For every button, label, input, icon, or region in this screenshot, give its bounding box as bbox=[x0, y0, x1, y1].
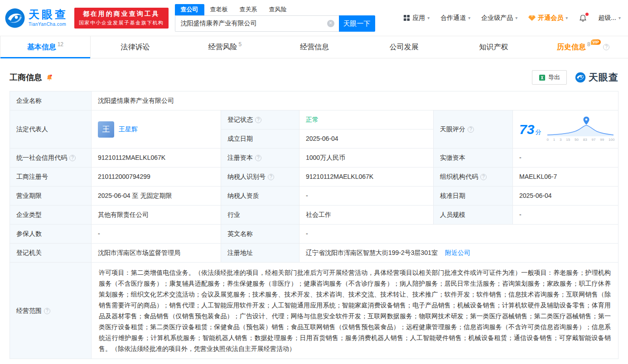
nav-enterprise[interactable]: 企业级产品 ▾ bbox=[481, 14, 517, 22]
top-header: 天眼查 TianYanCha.com 都在用的商业查询工具 国家中小企业发展子基… bbox=[0, 0, 628, 36]
field-value-taxpayer-id: 91210112MAELKL067K bbox=[300, 168, 434, 187]
tab-history-info[interactable]: 历史信息8VIP? bbox=[538, 36, 628, 58]
table-row: 统一社会信用代码? 91210112MAELKL067K 注册资本? 1000万… bbox=[10, 148, 618, 168]
vip-diamond-icon bbox=[528, 15, 536, 21]
nav-notifications[interactable] bbox=[579, 14, 587, 22]
nearby-companies-link[interactable]: 附近公司 bbox=[445, 249, 470, 256]
table-row: 法定代表人 王 王星辉 登记状态? 正常 天眼评分? 73 分 bbox=[10, 110, 618, 129]
field-value-company-name: 沈阳盛情康养产业有限公司 bbox=[92, 91, 618, 110]
tab-count: 12 bbox=[58, 41, 63, 48]
field-label-est-date: 成立日期 bbox=[221, 129, 300, 148]
field-label-business-term: 营业期限 bbox=[10, 187, 92, 206]
main-content: 工商信息 导出 天眼查 bbox=[0, 70, 628, 359]
field-value-staff-size: - bbox=[513, 206, 618, 225]
subscribe-bell-icon[interactable] bbox=[46, 74, 53, 81]
chevron-down-icon: ▾ bbox=[427, 15, 430, 20]
logo-subtitle: TianYanCha.com bbox=[29, 22, 68, 27]
help-icon[interactable]: ? bbox=[480, 174, 487, 180]
field-label-approval-date: 核准日期 bbox=[434, 187, 513, 206]
field-label-taxpayer-id: 纳税人识别号? bbox=[221, 168, 300, 187]
chevron-down-icon: ▾ bbox=[468, 15, 470, 20]
score-unit: 分 bbox=[535, 128, 541, 137]
field-value-industry: 社会工作 bbox=[300, 206, 434, 225]
field-label-reg-status: 登记状态? bbox=[221, 110, 300, 129]
field-label-reg-address: 注册地址 bbox=[221, 244, 300, 263]
table-row: 登记机关 沈阳市浑南区市场监督管理局 注册地址 辽宁省沈阳市浑南区智慧大街199… bbox=[10, 244, 618, 263]
field-value-credit-code: 91210112MAELKL067K bbox=[92, 148, 221, 168]
search-tab-relation[interactable]: 查关系 bbox=[234, 4, 263, 15]
search-area: 查公司 查老板 查关系 查风险 × 天眼一下 bbox=[175, 4, 375, 32]
help-icon[interactable]: ? bbox=[69, 155, 76, 161]
field-label-staff-size: 人员规模 bbox=[434, 206, 513, 225]
brand-text: 天眼查 bbox=[589, 71, 618, 84]
promo-badge-line2: 国家中小企业发展子基金旗下机构 bbox=[79, 19, 164, 26]
field-value-company-type: 其他有限责任公司 bbox=[92, 206, 221, 225]
field-label-business-scope: 经营范围? bbox=[10, 263, 92, 359]
help-icon[interactable]: ? bbox=[268, 174, 274, 180]
tab-basic-info[interactable]: 基本信息12 bbox=[0, 36, 91, 58]
score-axis: 0131550839799100 bbox=[546, 137, 614, 143]
export-button[interactable]: 导出 bbox=[532, 70, 567, 85]
field-label-reg-capital: 注册资本? bbox=[221, 148, 300, 168]
promo-badge: 都在用的商业查询工具 国家中小企业发展子基金旗下机构 bbox=[74, 8, 169, 29]
search-tab-boss[interactable]: 查老板 bbox=[204, 4, 234, 15]
field-value-taxpayer-quality: - bbox=[300, 187, 434, 206]
nav-apps[interactable]: 应用 ▾ bbox=[403, 14, 430, 22]
brand-logo-icon bbox=[575, 72, 586, 83]
chevron-down-icon: ▾ bbox=[515, 15, 517, 20]
legal-rep-avatar[interactable]: 王 bbox=[98, 121, 114, 138]
field-value-org-code: MAELKL06-7 bbox=[513, 168, 618, 187]
nav-super-vip[interactable]: 超级... ▾ bbox=[598, 14, 621, 22]
vip-badge: VIP bbox=[591, 39, 601, 45]
legal-rep-link[interactable]: 王星辉 bbox=[119, 125, 138, 134]
field-label-credit-code: 统一社会信用代码? bbox=[10, 148, 92, 168]
tianyancha-logo[interactable]: 天眼查 TianYanCha.com bbox=[5, 8, 68, 29]
help-icon[interactable]: ? bbox=[468, 126, 474, 133]
table-row: 工商注册号 210112000794299 纳税人识别号? 91210112MA… bbox=[10, 168, 618, 187]
field-label-industry: 行业 bbox=[221, 206, 300, 225]
field-label-insured-count: 参保人数 bbox=[10, 225, 92, 244]
field-label-org-code: 组织机构代码? bbox=[434, 168, 513, 187]
field-label-reg-authority: 登记机关 bbox=[10, 244, 92, 263]
score-pin-icon bbox=[584, 117, 589, 125]
table-row: 企业类型 其他有限责任公司 行业 社会工作 人员规模 - bbox=[10, 206, 618, 225]
search-tab-risk[interactable]: 查风险 bbox=[263, 4, 293, 15]
field-value-reg-status: 正常 bbox=[300, 110, 434, 129]
field-label-reg-number: 工商注册号 bbox=[10, 168, 92, 187]
clear-icon[interactable]: × bbox=[327, 20, 334, 27]
score-number: 73 bbox=[519, 119, 534, 139]
tab-intellectual-property[interactable]: 知识产权 bbox=[449, 36, 539, 58]
field-value-business-term: 2025-06-04 至 无固定期限 bbox=[92, 187, 221, 206]
table-row: 营业期限 2025-06-04 至 无固定期限 纳税人资质 - 核准日期 202… bbox=[10, 187, 618, 206]
field-label-company-type: 企业类型 bbox=[10, 206, 92, 225]
field-value-est-date: 2025-06-04 bbox=[300, 129, 434, 148]
nav-partner[interactable]: 合作通道 ▾ bbox=[440, 14, 470, 22]
business-info-table: 企业名称 沈阳盛情康养产业有限公司 法定代表人 王 王星辉 登记状态? 正常 天… bbox=[10, 91, 618, 359]
field-value-score: 73 分 0131550839799100 bbox=[513, 110, 618, 148]
help-icon[interactable]: ? bbox=[255, 155, 261, 161]
nav-vip-upgrade[interactable]: 开通会员 ▾ bbox=[528, 14, 568, 22]
promo-badge-line1: 都在用的商业查询工具 bbox=[79, 10, 164, 18]
apps-grid-icon bbox=[403, 14, 410, 21]
notification-dot bbox=[585, 13, 589, 16]
help-icon[interactable]: ? bbox=[255, 117, 261, 123]
search-tab-company[interactable]: 查公司 bbox=[175, 4, 204, 15]
field-value-english-name: - bbox=[300, 225, 618, 244]
section-title: 工商信息 bbox=[10, 72, 42, 83]
tab-operating-info[interactable]: 经营信息 bbox=[270, 36, 359, 58]
field-value-reg-number: 210112000794299 bbox=[92, 168, 221, 187]
search-box: × bbox=[175, 15, 339, 32]
tab-company-development[interactable]: 公司发展 bbox=[359, 36, 449, 58]
table-row: 企业名称 沈阳盛情康养产业有限公司 bbox=[10, 91, 618, 110]
search-input[interactable] bbox=[175, 20, 339, 27]
header-nav: 应用 ▾ 合作通道 ▾ 企业级产品 ▾ 开通会员 ▾ 超级... ▾ bbox=[403, 14, 621, 22]
help-icon[interactable]: ? bbox=[44, 308, 50, 314]
field-label-company-name: 企业名称 bbox=[10, 91, 92, 110]
field-value-reg-capital: 1000万人民币 bbox=[300, 148, 434, 168]
tab-count: 8 bbox=[587, 41, 590, 48]
help-icon[interactable]: ? bbox=[603, 44, 609, 50]
tab-legal-proceedings[interactable]: 法律诉讼 bbox=[91, 36, 180, 58]
tab-operating-risk[interactable]: 经营风险5 bbox=[180, 36, 270, 58]
search-button[interactable]: 天眼一下 bbox=[339, 15, 375, 32]
chevron-down-icon: ▾ bbox=[618, 15, 621, 20]
